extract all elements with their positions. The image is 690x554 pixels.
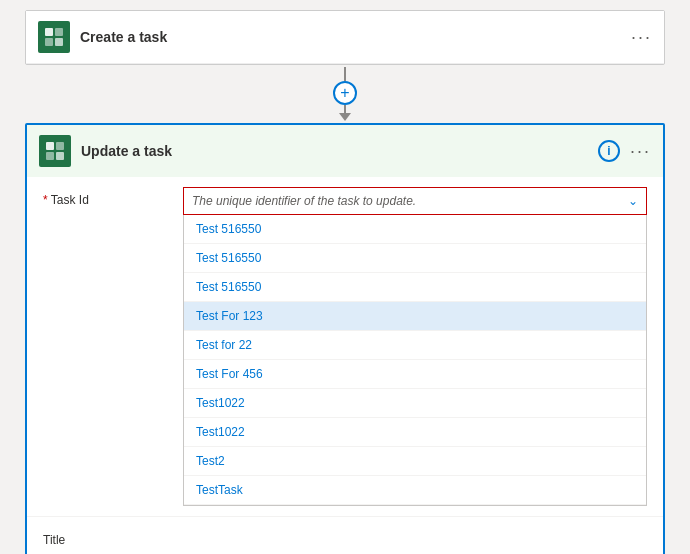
dropdown-item[interactable]: Test For 123 xyxy=(184,302,646,331)
svg-rect-6 xyxy=(46,152,54,160)
task-id-required-star: * xyxy=(43,193,51,207)
title-row: Title xyxy=(27,517,663,554)
dropdown-item[interactable]: Test1022 xyxy=(184,389,646,418)
create-task-title: Create a task xyxy=(80,29,167,45)
flow-container: Create a task ··· + xyxy=(20,10,670,554)
info-symbol: i xyxy=(607,144,610,158)
dropdown-item[interactable]: Test 516550 xyxy=(184,244,646,273)
svg-rect-1 xyxy=(55,28,63,36)
task-id-input-area: The unique identifier of the task to upd… xyxy=(183,187,647,506)
task-id-dropdown-list: Test 516550Test 516550Test 516550Test Fo… xyxy=(183,215,647,506)
planner-icon xyxy=(44,27,64,47)
dropdown-item[interactable]: Test 516550 xyxy=(184,215,646,244)
svg-rect-2 xyxy=(45,38,53,46)
connector-line-top xyxy=(344,67,346,81)
update-task-card: Update a task i ··· * Task Id The unique… xyxy=(25,123,665,554)
dropdown-chevron-icon: ⌄ xyxy=(628,194,638,208)
update-task-header-icons: i ··· xyxy=(598,140,651,162)
dropdown-items-container[interactable]: Test 516550Test 516550Test 516550Test Fo… xyxy=(184,215,646,505)
connector-line-bottom xyxy=(344,105,346,113)
connector-between-cards: + xyxy=(333,67,357,121)
create-task-menu-button[interactable]: ··· xyxy=(631,27,652,48)
svg-rect-3 xyxy=(55,38,63,46)
svg-rect-4 xyxy=(46,142,54,150)
update-task-title: Update a task xyxy=(81,143,172,159)
create-task-header-left: Create a task xyxy=(38,21,167,53)
svg-rect-5 xyxy=(56,142,64,150)
task-id-placeholder: The unique identifier of the task to upd… xyxy=(192,194,416,208)
update-task-icon xyxy=(39,135,71,167)
task-id-dropdown[interactable]: The unique identifier of the task to upd… xyxy=(183,187,647,215)
info-button[interactable]: i xyxy=(598,140,620,162)
svg-rect-7 xyxy=(56,152,64,160)
dropdown-item[interactable]: Test1022 xyxy=(184,418,646,447)
task-id-label: * Task Id xyxy=(43,187,183,207)
connector-add-button[interactable]: + xyxy=(333,81,357,105)
task-id-row: * Task Id The unique identifier of the t… xyxy=(27,177,663,517)
dropdown-item[interactable]: Test For 456 xyxy=(184,360,646,389)
create-task-icon xyxy=(38,21,70,53)
dropdown-item[interactable]: Test for 22 xyxy=(184,331,646,360)
dropdown-item[interactable]: Test 516550 xyxy=(184,273,646,302)
update-task-body: * Task Id The unique identifier of the t… xyxy=(27,177,663,554)
create-task-header: Create a task ··· xyxy=(26,11,664,64)
plus-icon: + xyxy=(340,84,349,102)
dropdown-item[interactable]: Test2 xyxy=(184,447,646,476)
planner-icon-2 xyxy=(45,141,65,161)
dropdown-item[interactable]: TestTask xyxy=(184,476,646,505)
update-task-menu-button[interactable]: ··· xyxy=(630,141,651,162)
svg-rect-0 xyxy=(45,28,53,36)
update-task-header-left: Update a task xyxy=(39,135,172,167)
connector-arrow-icon xyxy=(339,113,351,121)
update-task-header: Update a task i ··· xyxy=(27,125,663,177)
title-label: Title xyxy=(43,527,183,547)
create-task-card: Create a task ··· xyxy=(25,10,665,65)
